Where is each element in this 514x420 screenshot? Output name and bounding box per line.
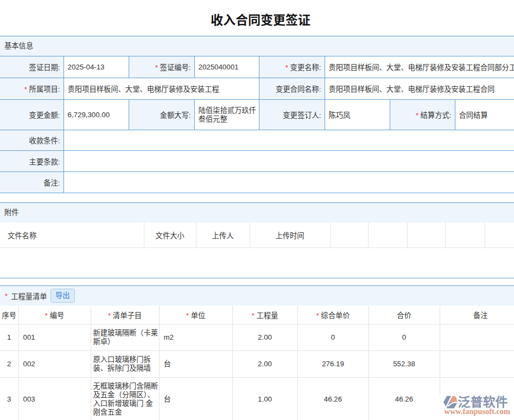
svg-text:www.fanpusoft.com: www.fanpusoft.com [445, 407, 511, 416]
